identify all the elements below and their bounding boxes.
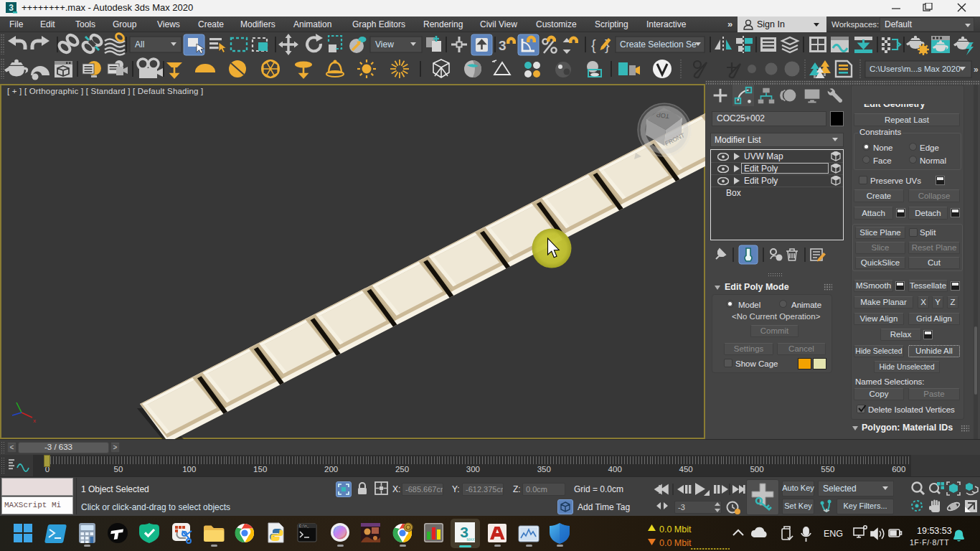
svg-text:0.0 Mbit: 0.0 Mbit bbox=[659, 524, 692, 534]
svg-text:ENG: ENG bbox=[824, 529, 843, 539]
svg-text:1F·F/·8/TT: 1F·F/·8/TT bbox=[910, 538, 949, 547]
svg-text:C:\>_: C:\>_ bbox=[299, 524, 309, 528]
svg-text:0.0 Mbit: 0.0 Mbit bbox=[659, 538, 692, 548]
svg-text:MAX: MAX bbox=[467, 537, 476, 542]
svg-text:19:53:53: 19:53:53 bbox=[917, 526, 952, 536]
